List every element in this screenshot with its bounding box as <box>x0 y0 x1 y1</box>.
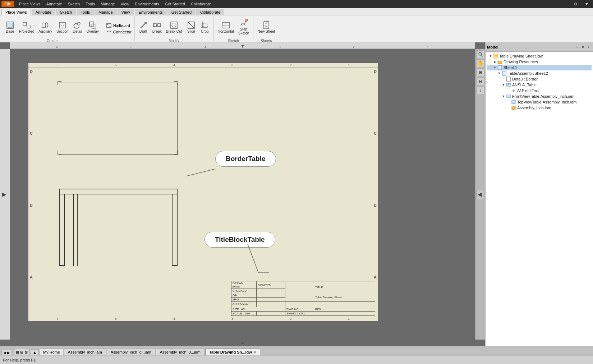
sheet2-icon <box>501 71 507 76</box>
drawing-sheet: D C B A D C B A 6 5 4 3 2 1 <box>28 63 378 321</box>
canvas-area[interactable]: ▼ 6 5 4 3 2 1 ▶ D C <box>0 42 485 346</box>
file-menu[interactable]: File <box>1 1 14 7</box>
section-button[interactable]: Section <box>55 17 70 37</box>
panel-close[interactable]: × <box>580 44 586 50</box>
zoom-out-tool[interactable]: ⊖ <box>477 77 484 85</box>
new-sheet-icon <box>262 21 271 29</box>
tab-place-views[interactable]: Place Views <box>1 9 31 15</box>
titleblock-callout: TitleBlockTable <box>204 232 275 248</box>
tree-field-text[interactable]: A/ A/ Field Text <box>487 88 592 93</box>
menu-place-views[interactable]: Place Views <box>16 1 43 7</box>
model-tree: ▼ Table Drawing Sheet.idw ▶ Drawing Reso… <box>486 52 593 346</box>
corner-tr <box>173 81 179 87</box>
create-group-label: Create <box>4 38 101 43</box>
tab-get-started[interactable]: Get Started <box>167 9 196 15</box>
detail-icon <box>73 21 82 29</box>
table-assembly-label: TableAssemblySheet:2 <box>508 71 548 75</box>
ribbon: Place Views Annotate Sketch Tools Manage… <box>0 8 593 42</box>
tree-top-view[interactable]: TopViewTable:Assembly_inch.iam <box>487 99 592 105</box>
menu-collaborate[interactable]: Collaborate <box>188 1 214 7</box>
border-a-right: A <box>374 275 377 279</box>
panel-minimize[interactable]: − <box>574 44 580 50</box>
tab-assembly-0[interactable]: Assembly_inch_0...iam <box>156 349 204 355</box>
tab-bar-buttons[interactable]: ◀ ▶ <box>1 350 12 355</box>
connector-label[interactable]: Connector <box>113 30 132 34</box>
tree-assembly[interactable]: Assembly_inch.iam <box>487 105 592 111</box>
svg-rect-2 <box>23 22 27 25</box>
tree-front-view[interactable]: ▼ FrontViewTable:Assembly_inch.iam <box>487 93 592 99</box>
start-sketch-button[interactable]: Start Sketch <box>236 17 251 37</box>
tab-icons[interactable]: ⊞ ⊟ ⊠ <box>14 349 29 355</box>
base-button[interactable]: Base <box>4 17 17 37</box>
tab-table-drawing[interactable]: Table Drawing Sh...idw × <box>205 349 260 355</box>
nailboard-icon <box>106 23 112 28</box>
tab-assembly-inch[interactable]: Assembly_inch.iam <box>64 349 106 355</box>
horizontal-button[interactable]: Horizontal <box>216 17 236 37</box>
front-view-drawing <box>59 189 178 266</box>
corner-tl <box>57 81 64 87</box>
menu-view[interactable]: View <box>118 1 132 7</box>
crop-button[interactable]: Crop <box>198 17 211 37</box>
svg-line-5 <box>47 22 48 25</box>
tab-collaborate[interactable]: Collaborate <box>196 9 224 15</box>
menu-environments[interactable]: Environments <box>132 1 162 7</box>
svg-point-28 <box>245 19 248 21</box>
svg-point-15 <box>109 26 110 27</box>
tab-view[interactable]: View <box>118 9 134 15</box>
tree-default-border[interactable]: Default Border <box>487 76 592 82</box>
tab-tools[interactable]: Tools <box>77 9 94 15</box>
slice-button[interactable]: Slice <box>185 17 198 37</box>
tab-manage[interactable]: Manage <box>95 9 117 15</box>
overlay-button[interactable]: Overlay <box>84 17 100 37</box>
breakout-button[interactable]: Break Out <box>164 17 184 37</box>
menu-get-started[interactable]: Get Started <box>162 1 188 7</box>
svg-rect-43 <box>506 77 511 81</box>
fit-tool[interactable]: ↕ <box>477 86 484 94</box>
break-button[interactable]: Break <box>151 17 164 37</box>
default-border-label: Default Border <box>512 77 538 81</box>
nailboard-label[interactable]: Nailboard <box>113 23 130 28</box>
top-view-box <box>59 83 178 155</box>
tree-drawing-resources[interactable]: ▶ Drawing Resources <box>487 59 592 65</box>
tree-root[interactable]: ▼ Table Drawing Sheet.idw <box>487 53 592 59</box>
detail-button[interactable]: Detail <box>71 17 84 37</box>
sheet1-label: Sheet:1 <box>504 65 517 70</box>
svg-rect-17 <box>153 24 156 27</box>
tab-sketch[interactable]: Sketch <box>56 9 76 15</box>
menu-tools[interactable]: Tools <box>83 1 98 7</box>
border-icon <box>506 77 511 82</box>
tree-sheet1[interactable]: ▼ Sheet:1 <box>487 65 592 70</box>
callout2-pointer <box>248 244 269 276</box>
corner-bl <box>57 150 64 156</box>
tree-ansi-table[interactable]: ▼ ANSI A_Table <box>487 82 592 88</box>
projected-button[interactable]: Projected <box>17 17 36 37</box>
tab-up-arrow[interactable]: ▲ <box>31 349 38 355</box>
tab-close-icon[interactable]: × <box>254 350 256 354</box>
pan-tool[interactable]: 🖐 <box>477 59 484 67</box>
draft-button[interactable]: Draft <box>137 17 150 37</box>
zoom-in-tool[interactable]: ⊕ <box>477 68 484 76</box>
tree-table-assembly[interactable]: ▼ TableAssemblySheet:2 <box>487 70 592 76</box>
tab-annotate[interactable]: Annotate <box>32 9 55 15</box>
svg-rect-49 <box>512 101 515 103</box>
tab-environments[interactable]: Environments <box>135 9 167 15</box>
auxiliary-icon <box>41 21 50 29</box>
canvas-viewport[interactable]: D C B A D C B A 6 5 4 3 2 1 <box>10 49 475 340</box>
ruler-top: ▼ 6 5 4 3 2 1 <box>10 42 475 49</box>
zoom-tool[interactable] <box>477 50 484 58</box>
tab-my-home[interactable]: My Home <box>40 349 63 355</box>
minimize-icon[interactable]: ▼ <box>582 1 592 7</box>
panel-add[interactable]: + <box>586 44 592 50</box>
sheets-group-label: Sheets <box>256 38 277 43</box>
search-icon[interactable]: ⚙ <box>571 1 580 7</box>
right-scroll-arrow[interactable]: ◀ <box>476 190 483 199</box>
new-sheet-button[interactable]: New Sheet <box>256 17 277 37</box>
assembly-label: Assembly_inch.iam <box>517 106 551 110</box>
tab-assembly-d[interactable]: Assembly_inch_d...iam <box>107 349 155 355</box>
auxiliary-button[interactable]: Auxiliary <box>37 17 54 37</box>
menu-annotate[interactable]: Annotate <box>43 1 65 7</box>
ribbon-group-sketch: Horizontal Start Sketch Sketch <box>214 16 254 41</box>
left-scroll-arrow[interactable]: ▶ <box>2 192 6 197</box>
menu-manage[interactable]: Manage <box>98 1 118 7</box>
menu-sketch[interactable]: Sketch <box>65 1 83 7</box>
